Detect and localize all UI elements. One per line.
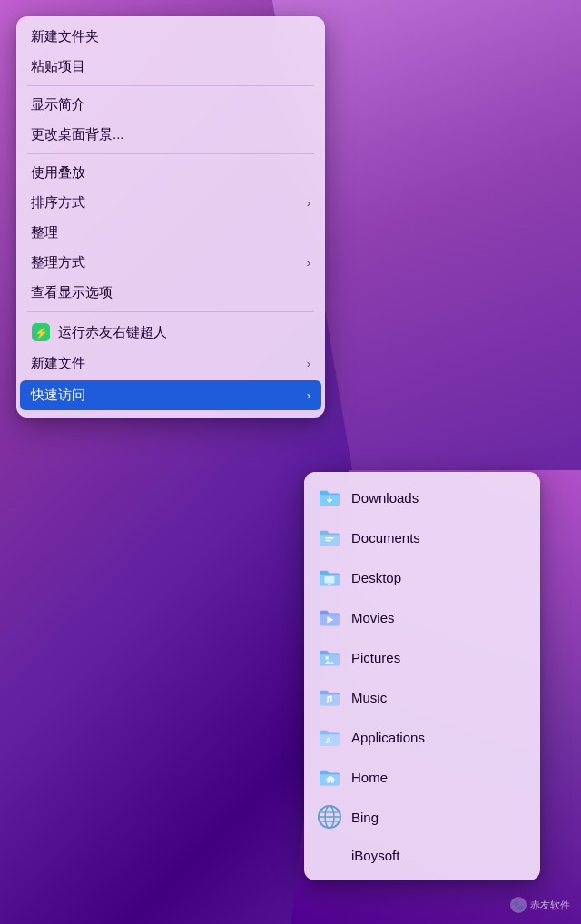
submenu-item-movies[interactable]: Movies [304,597,540,637]
movies-label: Movies [351,610,395,625]
submenu-item-music[interactable]: Music [304,677,540,717]
applications-folder-icon: A [317,724,342,750]
svg-text:⚡: ⚡ [34,326,48,339]
separator-1 [27,85,314,86]
downloads-label: Downloads [351,490,419,506]
cleanup-by-arrow: › [307,256,310,270]
menu-item-paste-label: 粘贴项目 [31,58,85,75]
menu-item-paste[interactable]: 粘贴项目 [16,52,325,82]
documents-folder-icon [317,525,342,550]
pictures-label: Pictures [351,650,400,665]
context-menu: 新建文件夹 粘贴项目 显示简介 更改桌面背景... 使用叠放 排序方式 › 整理… [16,16,325,418]
svg-point-8 [327,700,329,702]
music-label: Music [351,690,387,705]
svg-point-7 [325,656,329,660]
menu-item-change-wallpaper-label: 更改桌面背景... [31,126,124,143]
menu-item-cleanup-by[interactable]: 整理方式 › [16,248,325,278]
menu-item-new-file-label: 新建文件 [31,355,85,372]
run-app-icon: ⚡ [31,322,51,342]
pictures-folder-icon [317,644,342,670]
menu-item-show-options[interactable]: 查看显示选项 [16,278,325,308]
submenu-item-bing[interactable]: Bing [304,797,540,837]
downloads-folder-icon [317,485,342,510]
home-folder-icon [317,764,342,790]
sort-by-arrow: › [307,196,310,210]
menu-item-show-options-label: 查看显示选项 [31,284,113,301]
submenu-item-iboysoft[interactable]: iBoysoft [304,837,540,875]
menu-item-quick-access-label: 快速访问 [31,387,85,404]
desktop-label: Desktop [351,570,401,585]
menu-item-show-intro[interactable]: 显示简介 [16,90,325,120]
submenu-item-downloads[interactable]: Downloads [304,477,540,517]
menu-item-run-app-label: 运行赤友右键超人 [58,324,167,341]
desktop-folder-icon [317,565,342,590]
menu-item-new-folder-label: 新建文件夹 [31,28,99,45]
iboysoft-label: iBoysoft [351,848,399,863]
svg-rect-5 [328,584,331,585]
documents-label: Documents [351,530,420,546]
watermark: 🐾 赤友软件 [510,897,570,913]
svg-rect-3 [325,540,330,541]
svg-text:A: A [325,736,331,745]
separator-2 [27,153,314,154]
menu-item-cleanup[interactable]: 整理 [16,218,325,248]
menu-item-sort-by-label: 排序方式 [31,194,85,211]
new-file-arrow: › [307,357,310,370]
menu-item-show-intro-label: 显示简介 [31,96,85,113]
svg-rect-4 [325,576,335,583]
music-folder-icon [317,684,342,710]
bing-label: Bing [351,810,379,825]
submenu-item-pictures[interactable]: Pictures [304,637,540,677]
menu-item-cleanup-by-label: 整理方式 [31,254,85,271]
quick-access-arrow: › [307,388,310,402]
applications-label: Applications [351,730,425,745]
iboysoft-placeholder-icon [317,842,342,868]
submenu-item-applications[interactable]: A Applications [304,717,540,757]
submenu-item-desktop[interactable]: Desktop [304,557,540,597]
submenu-item-documents[interactable]: Documents [304,517,540,557]
svg-rect-2 [325,537,333,538]
submenu-quick-access: Downloads Documents Desktop [304,472,540,880]
menu-item-new-folder[interactable]: 新建文件夹 [16,22,325,52]
menu-item-use-stacks-label: 使用叠放 [31,164,85,182]
watermark-text: 赤友软件 [530,899,570,912]
menu-item-run-app[interactable]: ⚡ 运行赤友右键超人 [16,316,325,349]
separator-3 [27,311,314,312]
menu-item-quick-access[interactable]: 快速访问 › [20,380,321,410]
home-label: Home [351,770,388,785]
menu-item-use-stacks[interactable]: 使用叠放 [16,158,325,188]
menu-item-change-wallpaper[interactable]: 更改桌面背景... [16,120,325,150]
menu-item-new-file[interactable]: 新建文件 › [16,349,325,378]
watermark-icon: 🐾 [510,897,527,913]
bing-globe-icon [317,804,342,830]
submenu-item-home[interactable]: Home [304,757,540,797]
svg-point-9 [330,700,331,702]
movies-folder-icon [317,605,342,630]
menu-item-sort-by[interactable]: 排序方式 › [16,188,325,218]
menu-item-cleanup-label: 整理 [31,224,58,241]
